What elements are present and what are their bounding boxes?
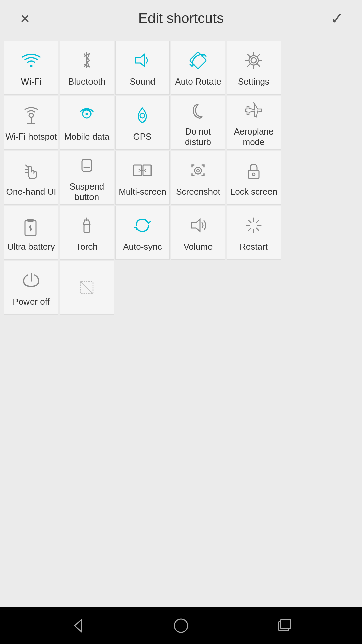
svg-point-0 (30, 65, 33, 67)
svg-point-19 (195, 167, 201, 174)
confirm-button[interactable]: ✓ (325, 9, 349, 28)
shortcut-settings[interactable]: Settings (227, 41, 281, 95)
svg-point-4 (251, 58, 256, 63)
svg-point-22 (252, 173, 255, 176)
sound-label: Sound (130, 76, 155, 87)
gps-icon (130, 103, 155, 127)
grid-row-0: Wi-Fi Bluetooth Sound Auto Rotate Settin… (3, 40, 359, 95)
one-hand-ui-label: One-hand UI (6, 186, 56, 197)
bluetooth-icon (75, 48, 99, 72)
header: × Edit shortcuts ✓ (0, 0, 362, 37)
svg-line-33 (249, 220, 251, 223)
wifi-icon (19, 48, 43, 72)
grid-row-1: Wi-Fi hotspot Mobile data GPS Do not dis… (3, 95, 359, 150)
wifi-label: Wi-Fi (21, 76, 42, 87)
auto-rotate-icon (186, 48, 210, 72)
svg-line-34 (256, 228, 259, 230)
lock-screen-icon (242, 158, 266, 182)
shortcut-gps[interactable]: GPS (115, 96, 170, 150)
auto-sync-label: Auto-sync (123, 241, 162, 252)
suspend-button-label: Suspend button (60, 181, 114, 202)
home-button[interactable] (169, 614, 193, 637)
svg-marker-2 (136, 54, 144, 66)
close-button[interactable]: × (13, 9, 37, 28)
power-off-label: Power off (13, 297, 49, 307)
svg-rect-43 (281, 620, 291, 628)
grid-row-3: Ultra battery Torch Auto-sync Volume Res… (3, 205, 359, 260)
settings-icon (242, 48, 266, 72)
aeroplane-mode-label: Aeroplane mode (227, 126, 281, 147)
shortcut-restart[interactable]: Restart (227, 206, 281, 260)
svg-rect-15 (82, 159, 92, 171)
shortcut-empty (60, 261, 114, 315)
page-title: Edit shortcuts (138, 10, 224, 26)
shortcut-ultra-battery[interactable]: Ultra battery (4, 206, 58, 260)
shortcut-volume[interactable]: Volume (171, 206, 225, 260)
suspend-button-icon (75, 153, 99, 177)
shortcut-sound[interactable]: Sound (115, 41, 170, 95)
bottom-navigation (0, 607, 362, 644)
restart-icon (242, 213, 266, 237)
wifi-hotspot-label: Wi-Fi hotspot (5, 131, 57, 142)
shortcut-auto-sync[interactable]: Auto-sync (115, 206, 170, 260)
svg-point-41 (174, 619, 188, 632)
bluetooth-label: Bluetooth (68, 76, 105, 87)
svg-rect-25 (84, 225, 89, 233)
grid-row-2: One-hand UI Suspend button Multi-screen … (3, 150, 359, 205)
svg-marker-40 (75, 620, 81, 632)
svg-point-11 (140, 113, 145, 118)
mobile-data-label: Mobile data (64, 131, 109, 142)
torch-icon (75, 213, 99, 237)
settings-label: Settings (238, 76, 269, 87)
shortcut-bluetooth[interactable]: Bluetooth (60, 41, 114, 95)
shortcut-aeroplane-mode[interactable]: Aeroplane mode (227, 96, 281, 150)
grid-row-4: Power off (3, 260, 359, 315)
aeroplane-mode-icon (242, 98, 266, 122)
svg-line-35 (256, 220, 259, 223)
auto-sync-icon (130, 213, 155, 237)
sound-icon (130, 48, 155, 72)
wifi-hotspot-icon (19, 103, 43, 127)
svg-rect-21 (248, 170, 259, 178)
torch-label: Torch (76, 241, 98, 252)
shortcut-one-hand-ui[interactable]: One-hand UI (4, 151, 58, 205)
power-off-icon (19, 268, 43, 292)
screenshot-label: Screenshot (176, 186, 220, 197)
shortcut-screenshot[interactable]: Screenshot (171, 151, 225, 205)
ultra-battery-label: Ultra battery (7, 241, 55, 252)
svg-point-5 (249, 56, 258, 65)
svg-marker-28 (191, 219, 200, 231)
recents-button[interactable] (272, 614, 296, 637)
shortcut-lock-screen[interactable]: Lock screen (227, 151, 281, 205)
lock-screen-label: Lock screen (230, 186, 277, 197)
back-button[interactable] (66, 614, 90, 637)
volume-icon (186, 213, 210, 237)
restart-label: Restart (240, 241, 268, 252)
shortcut-power-off[interactable]: Power off (4, 261, 58, 315)
shortcut-auto-rotate[interactable]: Auto Rotate (171, 41, 225, 95)
gps-label: GPS (133, 131, 152, 142)
svg-line-13 (26, 165, 28, 167)
do-not-disturb-icon (186, 98, 210, 122)
multi-screen-icon (130, 158, 155, 182)
shortcut-multi-screen[interactable]: Multi-screen (115, 151, 170, 205)
svg-point-6 (29, 113, 33, 117)
shortcuts-grid: Wi-Fi Bluetooth Sound Auto Rotate Settin… (0, 37, 362, 607)
shortcut-suspend-button[interactable]: Suspend button (60, 151, 114, 205)
auto-rotate-label: Auto Rotate (175, 76, 221, 87)
shortcut-torch[interactable]: Torch (60, 206, 114, 260)
shortcut-wifi-hotspot[interactable]: Wi-Fi hotspot (4, 96, 58, 150)
multi-screen-label: Multi-screen (119, 186, 166, 197)
svg-point-20 (197, 169, 199, 172)
shortcut-wifi[interactable]: Wi-Fi (4, 41, 58, 95)
empty-icon (75, 276, 99, 300)
volume-label: Volume (184, 241, 213, 252)
ultra-battery-icon (19, 213, 43, 237)
screenshot-icon (186, 158, 210, 182)
shortcut-do-not-disturb[interactable]: Do not disturb (171, 96, 225, 150)
mobile-data-icon (75, 103, 99, 127)
svg-point-10 (86, 113, 88, 115)
svg-line-36 (249, 228, 251, 230)
do-not-disturb-label: Do not disturb (171, 126, 225, 147)
shortcut-mobile-data[interactable]: Mobile data (60, 96, 114, 150)
